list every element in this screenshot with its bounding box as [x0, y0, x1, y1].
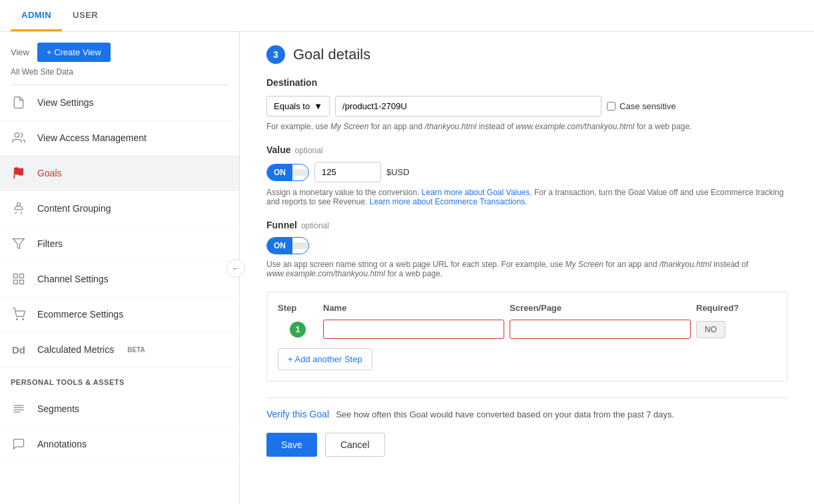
sidebar-item-ecommerce-settings[interactable]: Ecommerce Settings: [0, 297, 239, 332]
step-col-header: Step: [278, 303, 318, 313]
sidebar-item-filters[interactable]: Filters: [0, 226, 239, 262]
funnel-toggle-on-label: ON: [267, 238, 292, 254]
svg-rect-4: [14, 274, 18, 278]
users-icon: [11, 130, 27, 146]
sidebar-item-view-access-management[interactable]: View Access Management: [0, 121, 239, 156]
goal-title: Goal details: [293, 46, 370, 63]
value-hint: Assign a monetary value to the conversio…: [266, 188, 787, 206]
funnel-name-input[interactable]: [323, 320, 504, 339]
save-button[interactable]: Save: [266, 433, 317, 457]
top-nav: ADMIN USER: [0, 0, 814, 32]
sidebar-item-label: Calculated Metrics: [37, 344, 114, 355]
sidebar-item-label: Segments: [37, 403, 79, 414]
person-icon: [11, 200, 27, 216]
value-label: Value: [266, 144, 291, 155]
funnel-hint: Use an app screen name string or a web p…: [266, 260, 787, 278]
funnel-table-header: Step Name Screen/Page Required?: [278, 303, 776, 313]
funnel-title-row: Funnel optional: [266, 220, 787, 230]
funnel-section: Funnel optional ON Use an app screen nam…: [266, 220, 787, 381]
verify-goal-link[interactable]: Verify this Goal: [266, 409, 329, 419]
funnel-toggle[interactable]: ON: [266, 237, 309, 254]
sidebar-sub: All Web Site Data: [0, 67, 239, 85]
add-step-button[interactable]: + Add another Step: [278, 348, 372, 370]
svg-rect-5: [20, 274, 24, 278]
content-area: 3 Goal details Destination Equals to ▼ C…: [240, 32, 814, 504]
destination-hint: For example, use My Screen for an app an…: [266, 122, 787, 131]
segments-icon: [11, 401, 27, 417]
equals-to-label: Equals to: [274, 101, 310, 111]
destination-label: Destination: [266, 77, 787, 88]
sidebar: View + Create View All Web Site Data Vie…: [0, 32, 240, 504]
collapse-sidebar-button[interactable]: ←: [226, 259, 245, 278]
required-toggle: NO: [696, 321, 776, 338]
case-sensitive-label: Case sensitive: [619, 101, 676, 111]
funnel-optional: optional: [301, 221, 329, 230]
verify-section: Verify this Goal See how often this Goal…: [266, 397, 787, 419]
funnel-toggle-off-area: [292, 242, 308, 249]
svg-point-9: [23, 319, 24, 320]
filter-icon: [11, 236, 27, 252]
svg-rect-6: [14, 280, 18, 284]
svg-point-8: [17, 319, 18, 320]
destination-row: Equals to ▼ Case sensitive: [266, 96, 787, 117]
svg-point-0: [15, 133, 19, 138]
svg-marker-3: [13, 239, 25, 249]
tab-user[interactable]: USER: [62, 1, 109, 31]
case-sensitive-row: Case sensitive: [607, 101, 676, 111]
create-view-button[interactable]: + Create View: [37, 43, 111, 62]
dd-icon: Dd: [11, 342, 27, 358]
sidebar-item-label: Ecommerce Settings: [37, 309, 123, 320]
view-label: View: [11, 47, 29, 57]
action-row: Save Cancel: [266, 433, 787, 477]
chevron-down-icon: ▼: [314, 101, 322, 111]
sidebar-item-label: Channel Settings: [37, 274, 109, 284]
funnel-box: Step Name Screen/Page Required? 1 NO + A…: [266, 292, 787, 381]
verify-text: See how often this Goal would have conve…: [336, 409, 674, 419]
main-layout: View + Create View All Web Site Data Vie…: [0, 32, 814, 504]
step-num-badge: 1: [290, 322, 306, 338]
sidebar-item-label: Goals: [37, 168, 62, 178]
required-col-header: Required?: [696, 303, 776, 313]
currency-label: $USD: [386, 167, 410, 177]
sidebar-item-segments[interactable]: Segments: [0, 391, 239, 427]
screen-page-col-header: Screen/Page: [510, 303, 691, 313]
value-toggle[interactable]: ON: [266, 164, 309, 181]
required-no-button[interactable]: NO: [696, 321, 725, 338]
sidebar-item-label: Content Grouping: [37, 203, 111, 214]
step-badge: 3: [266, 45, 285, 64]
toggle-on-label: ON: [267, 164, 292, 180]
case-sensitive-checkbox[interactable]: [607, 102, 615, 111]
value-optional: optional: [295, 146, 323, 155]
equals-to-button[interactable]: Equals to ▼: [266, 96, 330, 117]
sidebar-item-label: Annotations: [37, 439, 87, 449]
goal-values-link[interactable]: Learn more about Goal Values: [422, 188, 530, 197]
value-section: Value optional ON $USD Assign a monetary…: [266, 144, 787, 206]
ecommerce-link[interactable]: Learn more about Ecommerce Transactions: [370, 197, 525, 206]
tab-admin[interactable]: ADMIN: [11, 1, 62, 31]
value-amount-input[interactable]: [314, 162, 381, 182]
toggle-off-area: [292, 169, 308, 176]
sidebar-wrapper: View + Create View All Web Site Data Vie…: [0, 32, 240, 504]
flag-icon: [11, 165, 27, 181]
sidebar-header: View + Create View: [0, 32, 239, 67]
cart-icon: [11, 306, 27, 322]
destination-input[interactable]: [335, 96, 602, 117]
sidebar-item-label: View Settings: [37, 97, 94, 108]
personal-tools-label: PERSONAL TOOLS & ASSETS: [0, 368, 239, 391]
sidebar-item-label: View Access Management: [37, 132, 147, 143]
sidebar-item-goals[interactable]: Goals: [0, 156, 239, 191]
grid-icon: [11, 271, 27, 287]
annotations-icon: [11, 436, 27, 452]
funnel-screen-page-input[interactable]: [510, 320, 691, 339]
funnel-toggle-row: ON: [266, 237, 787, 254]
sidebar-item-view-settings[interactable]: View Settings: [0, 85, 239, 121]
cancel-button[interactable]: Cancel: [325, 433, 385, 457]
funnel-label: Funnel: [266, 220, 297, 230]
svg-rect-7: [20, 280, 24, 284]
sidebar-item-content-grouping[interactable]: Content Grouping: [0, 191, 239, 226]
sidebar-item-annotations[interactable]: Annotations: [0, 427, 239, 462]
name-col-header: Name: [323, 303, 504, 313]
sidebar-item-calculated-metrics[interactable]: Dd Calculated Metrics BETA: [0, 332, 239, 368]
sidebar-item-channel-settings[interactable]: Channel Settings: [0, 262, 239, 297]
funnel-table-row: 1 NO: [278, 320, 776, 339]
